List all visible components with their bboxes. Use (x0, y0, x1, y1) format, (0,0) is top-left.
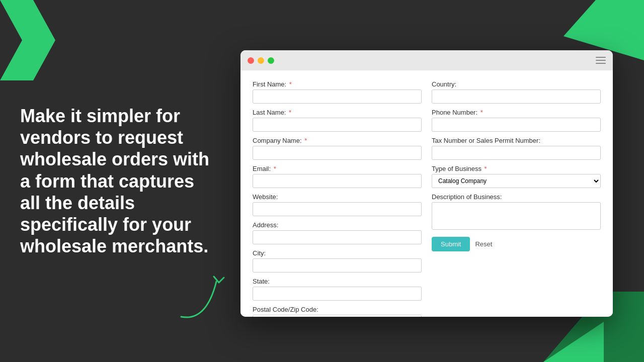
input-tax-number[interactable] (432, 146, 601, 160)
input-postal-code[interactable] (253, 315, 422, 317)
label-country: Country: (432, 80, 601, 88)
submit-button[interactable]: Submit (432, 237, 470, 251)
field-first-name: First Name: * (253, 80, 422, 104)
field-tax-number: Tax Number or Sales Permit Number: (432, 137, 601, 160)
traffic-light-green[interactable] (268, 57, 274, 64)
headline: Make it simpler for vendors to request w… (20, 105, 211, 257)
label-phone-number: Phone Number: * (432, 109, 601, 116)
arrow-decoration (176, 272, 236, 322)
field-type-of-business: Type of Business * Catalog Company Retai… (432, 165, 601, 188)
hamburger-menu-icon[interactable] (596, 57, 606, 64)
traffic-lights (248, 57, 274, 64)
label-company-name: Company Name: * (253, 137, 422, 144)
input-state[interactable] (253, 287, 422, 301)
hamburger-line-1 (596, 57, 606, 58)
browser-window: First Name: * Last Name: * Company Name:… (240, 50, 613, 317)
form-right-column: Country: Phone Number: * Tax Number or S… (432, 80, 601, 307)
label-last-name: Last Name: * (253, 109, 422, 116)
input-email[interactable] (253, 174, 422, 188)
field-postal-code: Postal Code/Zip Code: (253, 306, 422, 317)
form-actions: Submit Reset (432, 237, 601, 251)
label-email: Email: * (253, 165, 422, 172)
label-website: Website: (253, 193, 422, 201)
field-state: State: (253, 278, 422, 301)
field-last-name: Last Name: * (253, 109, 422, 132)
label-type-of-business: Type of Business * (432, 165, 601, 172)
label-address: Address: (253, 221, 422, 229)
input-company-name[interactable] (253, 146, 422, 160)
textarea-description-of-business[interactable] (432, 202, 601, 230)
label-first-name: First Name: * (253, 80, 422, 88)
input-last-name[interactable] (253, 118, 422, 132)
reset-button[interactable]: Reset (475, 240, 492, 248)
label-tax-number: Tax Number or Sales Permit Number: (432, 137, 601, 144)
input-first-name[interactable] (253, 89, 422, 104)
select-type-of-business[interactable]: Catalog Company Retail Store Online Stor… (432, 174, 601, 188)
label-city: City: (253, 249, 422, 257)
label-state: State: (253, 278, 422, 285)
left-panel: Make it simpler for vendors to request w… (20, 105, 211, 257)
field-company-name: Company Name: * (253, 137, 422, 160)
label-description-of-business: Description of Business: (432, 193, 601, 201)
field-city: City: (253, 249, 422, 273)
field-website: Website: (253, 193, 422, 216)
traffic-light-yellow[interactable] (258, 57, 264, 64)
form-left-column: First Name: * Last Name: * Company Name:… (253, 80, 422, 307)
field-address: Address: (253, 221, 422, 244)
input-website[interactable] (253, 202, 422, 216)
label-postal-code: Postal Code/Zip Code: (253, 306, 422, 313)
traffic-light-red[interactable] (248, 57, 254, 64)
field-email: Email: * (253, 165, 422, 188)
browser-titlebar (240, 50, 613, 70)
field-description-of-business: Description of Business: (432, 193, 601, 230)
input-phone-number[interactable] (432, 118, 601, 132)
input-city[interactable] (253, 258, 422, 273)
hamburger-line-2 (596, 60, 606, 61)
form-container: First Name: * Last Name: * Company Name:… (240, 70, 613, 317)
input-country[interactable] (432, 89, 601, 104)
field-phone-number: Phone Number: * (432, 109, 601, 132)
field-country: Country: (432, 80, 601, 104)
input-address[interactable] (253, 230, 422, 244)
deco-top-left (0, 0, 55, 80)
hamburger-line-3 (596, 63, 606, 64)
